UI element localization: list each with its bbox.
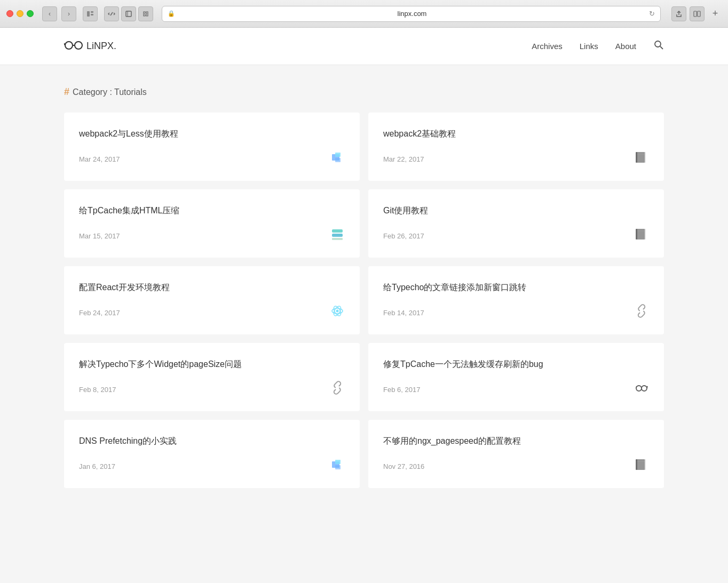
svg-rect-18 (636, 152, 645, 163)
svg-point-9 (75, 42, 82, 49)
post-date: Mar 15, 2017 (79, 232, 120, 240)
close-button[interactable] (6, 10, 13, 17)
post-footer: Mar 15, 2017 (79, 227, 345, 245)
about-nav-link[interactable]: About (615, 42, 636, 51)
svg-rect-27 (636, 229, 637, 239)
devtools-button[interactable] (104, 6, 119, 21)
post-title: webpack2与Less使用教程 (79, 127, 345, 140)
post-footer: Mar 22, 2017 (383, 150, 649, 168)
lock-icon: 🔒 (168, 10, 175, 17)
svg-rect-2 (91, 14, 93, 15)
svg-point-8 (65, 42, 73, 49)
links-nav-link[interactable]: Links (580, 42, 598, 51)
post-date: Mar 22, 2017 (383, 155, 424, 163)
page-content: # Category : Tutorials webpack2与Less使用教程… (0, 65, 728, 583)
website-body: LiNPX. Archives Links About # Category :… (0, 28, 728, 583)
post-footer: Jan 6, 2017 (79, 457, 345, 475)
svg-point-12 (655, 41, 661, 47)
post-footer: Mar 24, 2017 (79, 150, 345, 168)
refresh-icon[interactable]: ↻ (649, 10, 655, 18)
traffic-lights (6, 10, 34, 17)
post-title: 解决Typecho下多个Widget的pageSize问题 (79, 358, 345, 371)
svg-rect-37 (335, 460, 341, 464)
post-card[interactable]: 给Typecho的文章链接添加新窗口跳转 Feb 14, 2017 (368, 266, 664, 334)
svg-rect-38 (335, 465, 341, 469)
post-title: Git使用教程 (383, 204, 649, 217)
post-date: Jan 6, 2017 (79, 462, 115, 470)
post-icon (330, 457, 345, 475)
address-bar[interactable]: 🔒 linpx.com ↻ (162, 6, 661, 22)
post-card[interactable]: webpack2与Less使用教程 Mar 24, 2017 (64, 113, 360, 181)
post-footer: Feb 6, 2017 (383, 380, 649, 398)
post-card[interactable]: 修复TpCache一个无法触发缓存刷新的bug Feb 6, 2017 (368, 343, 664, 411)
svg-rect-22 (332, 234, 343, 237)
post-card[interactable]: Git使用教程 Feb 26, 2017 (368, 189, 664, 258)
svg-rect-16 (335, 158, 341, 162)
category-hash: # (64, 86, 69, 98)
post-date: Feb 6, 2017 (383, 386, 420, 394)
sidebar-toggle-button[interactable] (83, 6, 98, 21)
site-navigation: Archives Links About (532, 39, 664, 53)
browser-window: ‹ › (0, 0, 728, 583)
new-tab-button[interactable]: + (709, 7, 722, 20)
svg-rect-7 (698, 11, 700, 17)
category-title: Category : Tutorials (73, 87, 147, 97)
svg-line-3 (110, 12, 113, 15)
search-icon[interactable] (653, 39, 664, 53)
maximize-button[interactable] (27, 10, 34, 17)
post-card[interactable]: 配置React开发环境教程 Feb 24, 2017 (64, 266, 360, 334)
post-title: webpack2基础教程 (383, 127, 649, 140)
svg-point-33 (642, 386, 647, 391)
url-display: linpx.com (178, 10, 646, 18)
svg-line-13 (660, 46, 663, 49)
post-title: 给Typecho的文章链接添加新窗口跳转 (383, 281, 649, 294)
svg-rect-20 (636, 152, 637, 163)
site-header: LiNPX. Archives Links About (0, 28, 728, 65)
post-icon (634, 304, 649, 322)
post-icon (634, 380, 649, 398)
post-title: 给TpCache集成HTML压缩 (79, 204, 345, 217)
svg-rect-42 (636, 459, 637, 470)
post-card[interactable]: webpack2基础教程 Mar 22, 2017 (368, 113, 664, 181)
post-title: 配置React开发环境教程 (79, 281, 345, 294)
dev-tools-group (104, 6, 153, 21)
share-button[interactable] (671, 6, 686, 21)
post-card[interactable]: 不够用的ngx_pagespeed的配置教程 Nov 27, 2016 (368, 420, 664, 488)
post-title: DNS Prefetching的小实践 (79, 435, 345, 448)
svg-rect-1 (91, 11, 93, 13)
post-footer: Feb 24, 2017 (79, 304, 345, 322)
svg-rect-6 (694, 11, 697, 17)
post-date: Feb 24, 2017 (79, 309, 120, 317)
minimize-button[interactable] (17, 10, 23, 17)
svg-line-11 (64, 43, 65, 45)
post-footer: Feb 8, 2017 (79, 380, 345, 398)
extensions-button[interactable] (138, 6, 153, 21)
inspect-button[interactable] (121, 6, 136, 21)
post-card[interactable]: 解决Typecho下多个Widget的pageSize问题 Feb 8, 201… (64, 343, 360, 411)
site-name: LiNPX. (86, 41, 116, 52)
post-date: Feb 8, 2017 (79, 386, 116, 394)
posts-grid: webpack2与Less使用教程 Mar 24, 2017 webpack2基… (64, 113, 664, 488)
post-icon (330, 380, 345, 398)
post-footer: Feb 26, 2017 (383, 227, 649, 245)
post-card[interactable]: DNS Prefetching的小实践 Jan 6, 2017 (64, 420, 360, 488)
post-icon (330, 227, 345, 245)
browser-titlebar: ‹ › (0, 0, 728, 28)
svg-rect-0 (87, 11, 90, 17)
svg-rect-23 (332, 238, 343, 240)
back-button[interactable]: ‹ (42, 6, 57, 21)
svg-rect-15 (335, 153, 341, 157)
svg-rect-40 (636, 459, 645, 470)
post-date: Mar 24, 2017 (79, 155, 120, 163)
post-title: 不够用的ngx_pagespeed的配置教程 (383, 435, 649, 448)
split-view-button[interactable] (690, 6, 705, 21)
post-icon (634, 227, 649, 245)
archives-nav-link[interactable]: Archives (532, 42, 563, 51)
post-title: 修复TpCache一个无法触发缓存刷新的bug (383, 358, 649, 371)
post-card[interactable]: 给TpCache集成HTML压缩 Mar 15, 2017 (64, 189, 360, 258)
post-icon (330, 304, 345, 322)
post-icon (634, 457, 649, 475)
browser-actions (671, 6, 705, 21)
site-logo[interactable]: LiNPX. (64, 39, 116, 53)
forward-button[interactable]: › (61, 6, 76, 21)
